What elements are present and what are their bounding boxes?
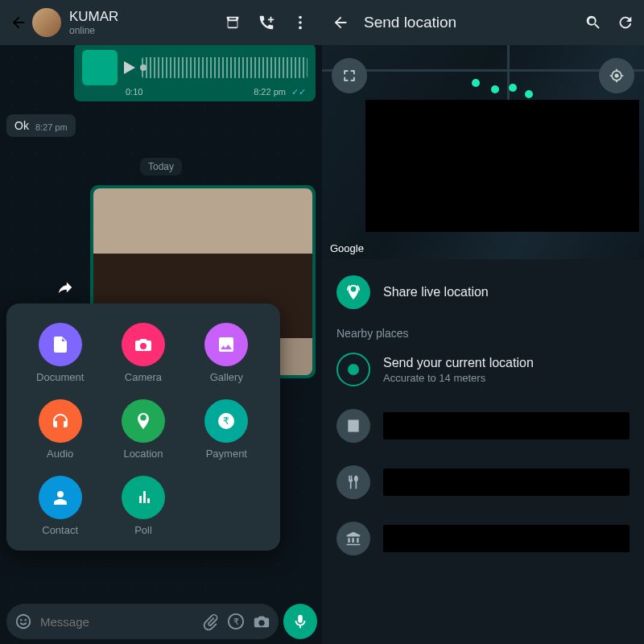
nearby-place-row[interactable] — [322, 510, 644, 567]
attachment-sheet: DocumentCameraGalleryAudioLocation₹Payme… — [6, 303, 280, 551]
attach-label: Payment — [206, 448, 247, 460]
attach-label: Location — [123, 448, 163, 460]
back-button[interactable] — [6, 7, 31, 38]
svg-text:₹: ₹ — [233, 617, 239, 626]
svg-point-10 — [615, 74, 619, 78]
incoming-message-bubble[interactable]: Ok 8:27 pm — [6, 114, 76, 137]
map-redacted-area — [365, 100, 639, 232]
incoming-text: Ok — [14, 119, 29, 132]
attach-label: Camera — [125, 371, 162, 383]
location-icon — [122, 399, 165, 443]
attach-label: Gallery — [210, 371, 243, 383]
map-area[interactable]: Google — [322, 45, 644, 259]
emoji-icon[interactable] — [14, 613, 32, 630]
place-name-redacted — [383, 469, 630, 496]
attach-poll[interactable]: Poll — [122, 476, 165, 536]
document-icon — [39, 323, 82, 366]
nearby-place-row[interactable] — [322, 454, 644, 510]
live-location-icon — [336, 275, 370, 309]
voice-waveform[interactable] — [142, 57, 308, 78]
building-icon — [336, 409, 370, 443]
contact-avatar[interactable] — [32, 8, 61, 37]
bank-icon — [336, 522, 370, 555]
attach-label: Poll — [134, 524, 152, 536]
contact-status: online — [69, 25, 224, 36]
attach-icon[interactable] — [201, 613, 219, 630]
more-menu-icon[interactable] — [291, 14, 309, 31]
current-location-subtitle: Accurate to 14 meters — [383, 372, 534, 384]
voice-sender-thumb — [82, 50, 118, 85]
play-icon[interactable] — [124, 61, 135, 74]
refresh-icon[interactable] — [617, 14, 634, 31]
date-separator: Today — [140, 158, 182, 175]
location-title: Send location — [364, 14, 570, 31]
place-name-redacted — [383, 525, 630, 552]
nearby-place-row[interactable] — [322, 398, 644, 454]
send-current-location-row[interactable]: Send your current location Accurate to 1… — [322, 341, 644, 398]
voice-message-bubble[interactable]: 0:10 8:22 pm ✓✓ — [74, 43, 316, 101]
attach-gallery[interactable]: Gallery — [204, 323, 248, 383]
rupee-icon[interactable]: ₹ — [227, 613, 245, 630]
place-name-redacted — [383, 412, 630, 440]
share-live-label: Share live location — [383, 285, 489, 299]
audio-icon — [39, 399, 82, 443]
share-live-location-row[interactable]: Share live location — [322, 264, 644, 320]
add-call-icon[interactable] — [258, 14, 275, 31]
svg-text:₹: ₹ — [223, 415, 229, 427]
attach-contact[interactable]: Contact — [39, 476, 82, 536]
svg-point-2 — [299, 27, 302, 30]
mic-button[interactable] — [283, 604, 317, 639]
attach-label: Audio — [47, 448, 73, 460]
nearby-places-label: Nearby places — [322, 320, 644, 341]
attach-document[interactable]: Document — [36, 323, 84, 383]
incoming-time: 8:27 pm — [35, 122, 68, 132]
current-location-icon — [336, 353, 370, 386]
svg-point-1 — [299, 21, 302, 24]
search-icon[interactable] — [584, 14, 602, 31]
forward-icon[interactable] — [56, 279, 74, 296]
message-input[interactable] — [40, 615, 193, 629]
read-ticks-icon: ✓✓ — [289, 87, 306, 97]
svg-point-5 — [17, 615, 31, 629]
camera-icon — [122, 323, 165, 366]
food-icon — [336, 465, 370, 499]
location-header: Send location — [322, 0, 644, 45]
voice-timestamp: 8:22 pm — [254, 87, 286, 97]
contact-info[interactable]: KUMAR online — [69, 9, 224, 36]
svg-point-0 — [299, 16, 302, 19]
svg-point-7 — [25, 619, 27, 621]
contact-icon — [39, 476, 82, 519]
camera-input-icon[interactable] — [253, 613, 270, 630]
map-credit: Google — [330, 242, 364, 254]
attach-camera[interactable]: Camera — [122, 323, 165, 383]
chat-body[interactable]: 0:10 8:22 pm ✓✓ Ok 8:27 pm Today Documen… — [0, 45, 322, 599]
gallery-icon — [204, 323, 248, 366]
voice-elapsed: 0:10 — [126, 87, 142, 97]
my-location-icon[interactable] — [599, 58, 634, 93]
attach-label: Contact — [42, 524, 78, 536]
fullscreen-icon[interactable] — [332, 58, 367, 93]
message-input-bar: ₹ — [0, 599, 322, 644]
contact-name: KUMAR — [69, 9, 224, 25]
attach-location[interactable]: Location — [122, 399, 165, 460]
storefront-icon[interactable] — [224, 14, 242, 31]
attach-label: Document — [36, 371, 84, 383]
back-button[interactable] — [332, 14, 349, 31]
poll-icon — [122, 476, 165, 519]
attach-payment[interactable]: ₹Payment — [204, 399, 248, 460]
svg-point-6 — [20, 619, 22, 621]
payment-icon: ₹ — [204, 399, 248, 443]
current-location-title: Send your current location — [383, 356, 534, 370]
attach-audio[interactable]: Audio — [39, 399, 82, 460]
chat-header: KUMAR online — [0, 0, 322, 45]
